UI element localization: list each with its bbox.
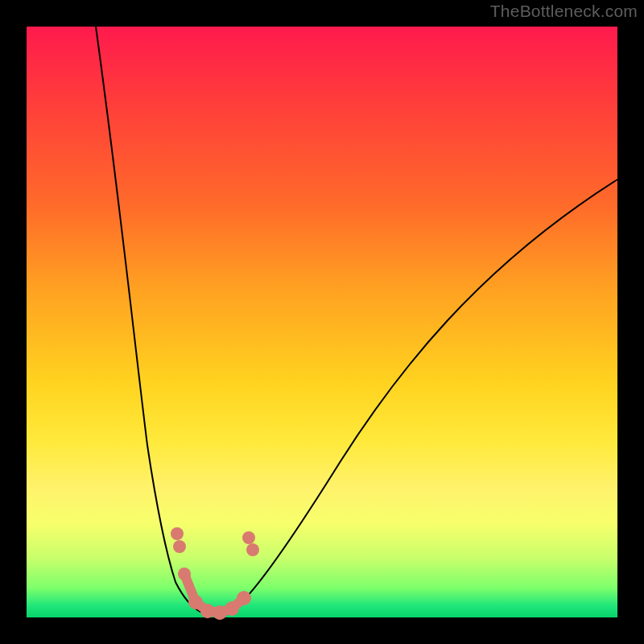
marker-dot (246, 543, 259, 556)
marker-dot (173, 540, 186, 553)
left-curve (96, 27, 213, 614)
marker-dot (178, 568, 191, 580)
marker-dots (171, 527, 259, 620)
marker-dot (237, 591, 251, 605)
marker-dot (171, 527, 184, 540)
marker-dot (225, 601, 239, 616)
curve-layer (27, 27, 617, 617)
plot-area (27, 27, 617, 617)
marker-dot (242, 531, 255, 544)
marker-dot (188, 595, 203, 609)
right-curve (213, 180, 617, 614)
watermark-text: TheBottleneck.com (490, 2, 638, 21)
chart-frame: TheBottleneck.com (0, 0, 644, 644)
